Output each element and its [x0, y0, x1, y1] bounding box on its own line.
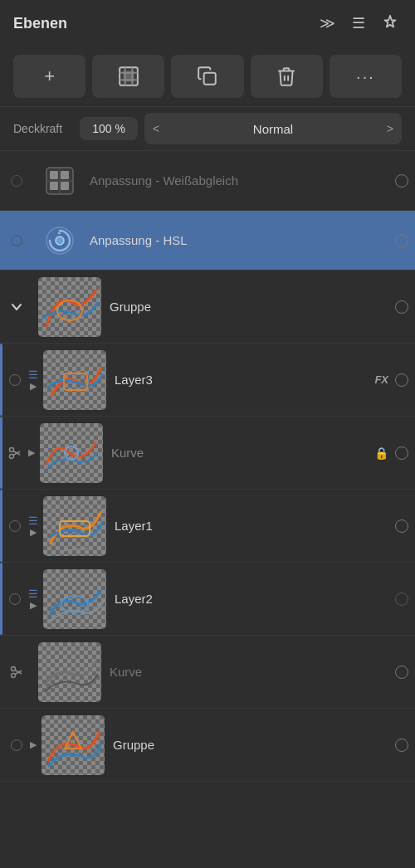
- layer-thumbnail: [43, 496, 106, 556]
- layer-info: Kurve: [111, 446, 368, 460]
- layer-visibility-circle[interactable]: [395, 446, 408, 460]
- layer-name: Anpassung - HSL: [90, 233, 388, 247]
- layer-info: Layer1: [115, 519, 388, 533]
- visibility-toggle[interactable]: [7, 735, 27, 755]
- layer-name: Anpassung - Weißabgleich: [90, 173, 388, 188]
- visibility-toggle[interactable]: [7, 231, 27, 251]
- list-icon: ☰: [28, 515, 38, 526]
- layer-thumbnail: [43, 569, 106, 629]
- layer-right: [395, 592, 408, 606]
- layer-visibility-circle[interactable]: [395, 300, 408, 314]
- curve-icon: [8, 446, 22, 460]
- layer-row[interactable]: Kurve: [0, 636, 415, 709]
- layer-info: Gruppe: [113, 738, 388, 752]
- visibility-dot: [9, 593, 21, 605]
- visibility-toggle[interactable]: [7, 662, 27, 682]
- visibility-toggle[interactable]: [5, 370, 25, 390]
- layer-info: Layer3: [115, 373, 368, 387]
- layer-row[interactable]: ☰ ▶ Layer1: [0, 490, 415, 563]
- svg-rect-9: [61, 171, 69, 179]
- layer-info: Anpassung - Weißabgleich: [90, 173, 388, 188]
- opacity-value[interactable]: 100 %: [80, 117, 138, 140]
- lock-icon: 🔒: [374, 446, 388, 460]
- layer-name: Kurve: [111, 446, 368, 460]
- layer-right: [395, 519, 408, 533]
- layer-visibility-circle[interactable]: [395, 592, 408, 606]
- fx-badge: FX: [374, 373, 388, 386]
- chevron-right-icon[interactable]: ▶: [30, 382, 37, 391]
- layer-visibility-circle[interactable]: [395, 234, 408, 247]
- svg-rect-6: [204, 73, 216, 85]
- layer-row[interactable]: ☰ ▶ Layer2: [0, 563, 415, 636]
- layer-info: Anpassung - HSL: [90, 233, 388, 247]
- wb-icon: [42, 163, 78, 199]
- expand-icon[interactable]: ≫: [315, 12, 339, 35]
- add-layer-button[interactable]: +: [13, 55, 85, 98]
- list-icon: ☰: [28, 369, 38, 380]
- svg-point-15: [56, 237, 64, 245]
- layer-row[interactable]: ☰ ▶ Layer3 FX: [0, 344, 415, 417]
- chevron-right-icon[interactable]: ▶: [30, 528, 37, 537]
- blend-mode-value: Normal: [253, 122, 293, 136]
- opacity-label: Deckkraft: [13, 122, 73, 135]
- curve-icon: [10, 666, 23, 679]
- chevron-right-icon[interactable]: ▶: [30, 601, 37, 610]
- blend-mode-selector[interactable]: < Normal >: [144, 113, 402, 144]
- visibility-dot: [11, 739, 22, 751]
- layer-thumbnail: [38, 642, 101, 702]
- header: Ebenen ≫ ☰: [0, 0, 415, 46]
- menu-icon[interactable]: ☰: [347, 12, 370, 35]
- duplicate-button[interactable]: [171, 55, 243, 98]
- layer-right: [395, 234, 408, 247]
- layer-row[interactable]: ▶ Gruppe: [0, 709, 415, 782]
- layer-name: Gruppe: [113, 738, 388, 752]
- layer-right: 🔒: [374, 446, 408, 460]
- visibility-toggle[interactable]: [5, 589, 25, 609]
- header-icons: ≫ ☰: [315, 12, 402, 35]
- svg-point-18: [10, 447, 14, 451]
- panel-title: Ebenen: [13, 15, 67, 32]
- layer-row[interactable]: ▶ Kurve 🔒: [0, 417, 415, 490]
- layer-row[interactable]: Anpassung - Weißabgleich: [0, 151, 415, 211]
- adjustment-icon-wrap: [37, 158, 83, 204]
- chevron-right-icon[interactable]: ▶: [28, 448, 35, 457]
- layer-info: Kurve: [110, 665, 388, 679]
- visibility-toggle[interactable]: [5, 516, 25, 536]
- layer-name: Layer3: [115, 373, 368, 387]
- layer-visibility-circle[interactable]: [395, 174, 408, 188]
- layer-right: [395, 174, 408, 188]
- layer-row[interactable]: Anpassung - HSL: [0, 211, 415, 271]
- layer-right: [395, 739, 408, 752]
- layer-name: Layer1: [115, 519, 388, 533]
- layer-name: Layer2: [115, 592, 388, 606]
- layer-visibility-circle[interactable]: [395, 739, 408, 752]
- delete-button[interactable]: [251, 55, 323, 98]
- mask-button[interactable]: [92, 55, 164, 98]
- visibility-dot: [9, 520, 21, 532]
- more-button[interactable]: ···: [330, 55, 402, 98]
- indent-line: [0, 344, 2, 416]
- pin-icon[interactable]: [378, 12, 402, 35]
- layer-name: Kurve: [110, 665, 388, 679]
- svg-rect-10: [50, 182, 58, 190]
- toolbar: + ···: [0, 46, 415, 106]
- layer-right: FX: [374, 373, 408, 387]
- visibility-toggle[interactable]: [7, 297, 27, 317]
- layer-thumbnail: [38, 277, 101, 337]
- layer-row[interactable]: Gruppe: [0, 271, 415, 344]
- blend-mode-left-arrow[interactable]: <: [153, 122, 159, 135]
- layers-list: Anpassung - Weißabgleich Anpassung: [0, 151, 415, 782]
- layer-right: [395, 300, 408, 314]
- chevron-right-icon[interactable]: ▶: [30, 740, 37, 749]
- layer-right: [395, 666, 408, 679]
- indent-line: [0, 490, 2, 562]
- layer-thumbnail: [43, 350, 106, 410]
- visibility-toggle[interactable]: [5, 443, 25, 463]
- layer-visibility-circle[interactable]: [395, 666, 408, 679]
- layer-visibility-circle[interactable]: [395, 373, 408, 387]
- visibility-toggle[interactable]: [7, 171, 27, 191]
- blend-mode-right-arrow[interactable]: >: [387, 122, 393, 135]
- layer-visibility-circle[interactable]: [395, 519, 408, 533]
- layer-thumbnail: [40, 423, 103, 483]
- layer-name: Gruppe: [110, 300, 388, 314]
